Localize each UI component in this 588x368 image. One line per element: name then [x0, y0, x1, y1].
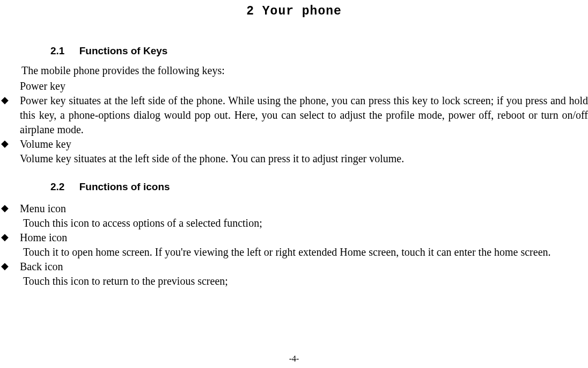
diamond-bullet-icon: ◆ [1, 261, 9, 271]
chapter-title: 2 Your phone [0, 4, 588, 18]
diamond-bullet-icon: ◆ [1, 203, 9, 213]
power-key-description: Power key situates at the left side of t… [20, 93, 588, 137]
list-item: ◆ Home icon Touch it to open home screen… [0, 230, 588, 259]
section-heading-2-2: 2.2 Functions of icons [50, 181, 588, 193]
list-item: ◆ Power key situates at the left side of… [0, 93, 588, 137]
list-item: ◆ Menu icon Touch this icon to access op… [0, 201, 588, 230]
list-item: ◆ Back icon Touch this icon to return to… [0, 259, 588, 288]
menu-icon-label: Menu icon [20, 201, 588, 216]
volume-key-label: Volume key [20, 137, 588, 151]
chapter-title-text: Your phone [262, 4, 342, 18]
section-title: Functions of icons [79, 181, 170, 192]
home-icon-description: Touch it to open home screen. If you're … [23, 245, 588, 259]
volume-key-description: Volume key situates at the left side of … [20, 151, 588, 166]
section-number: 2.2 [50, 181, 64, 192]
chapter-number: 2 [246, 4, 254, 18]
section-number: 2.1 [50, 45, 64, 56]
list-item: ◆ Volume key Volume key situates at the … [0, 137, 588, 166]
menu-icon-description: Touch this icon to access options of a s… [23, 216, 588, 230]
home-icon-label: Home icon [20, 230, 588, 245]
diamond-bullet-icon: ◆ [1, 139, 9, 148]
diamond-bullet-icon: ◆ [1, 95, 9, 105]
page-number: -4- [0, 354, 588, 364]
diamond-bullet-icon: ◆ [1, 232, 9, 242]
back-icon-description: Touch this icon to return to the previou… [23, 274, 588, 288]
back-icon-label: Back icon [20, 259, 588, 274]
section-title: Functions of Keys [79, 45, 168, 56]
power-key-label: Power key [20, 79, 588, 93]
section-heading-2-1: 2.1 Functions of Keys [50, 45, 588, 57]
section-intro: The mobile phone provides the following … [21, 63, 588, 78]
